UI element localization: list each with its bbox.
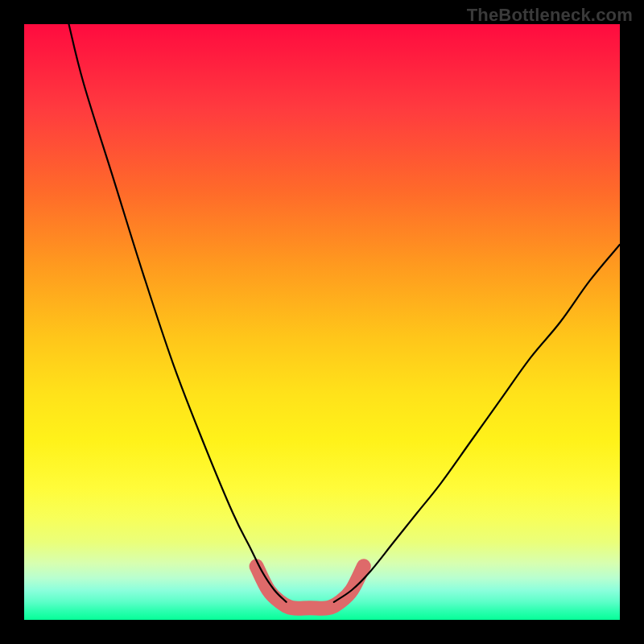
curves-svg bbox=[24, 24, 620, 620]
watermark-text: TheBottleneck.com bbox=[467, 5, 633, 26]
right-curve bbox=[334, 245, 620, 602]
chart-frame: TheBottleneck.com bbox=[0, 0, 644, 644]
left-curve bbox=[69, 24, 287, 602]
plot-area bbox=[24, 24, 620, 620]
